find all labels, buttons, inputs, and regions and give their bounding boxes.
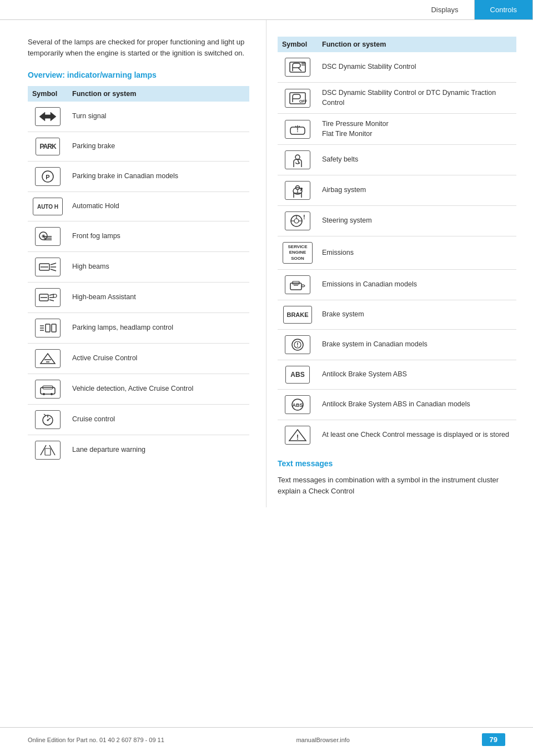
symbol-tire-pressure: ! — [278, 114, 318, 145]
dsc-off-icon: OFF — [285, 89, 310, 108]
function-emissions: Emissions — [318, 236, 516, 270]
symbol-lane-departure — [28, 435, 68, 466]
svg-line-17 — [49, 300, 54, 301]
function-cruise-control: Cruise control — [68, 405, 249, 435]
table-row: Vehicle detection, Active Cruise Control — [28, 374, 249, 405]
footer-site: manualBrowser.info — [296, 737, 350, 743]
left-indicator-table: Symbol Function or system T — [28, 86, 249, 465]
active-cruise-icon — [35, 349, 61, 368]
symbol-front-fog: ☀ — [28, 221, 68, 252]
symbol-cruise-control — [28, 405, 68, 435]
symbol-parking-brake: PARK — [28, 132, 68, 162]
left-header-function: Function or system — [68, 86, 249, 102]
function-abs: Antilock Brake System ABS — [318, 360, 516, 390]
intro-text: Several of the lamps are checked for pro… — [28, 37, 249, 58]
function-vehicle-detection: Vehicle detection, Active Cruise Control — [68, 374, 249, 405]
svg-text:!: ! — [296, 342, 298, 348]
abs-canada-icon: ABS — [285, 395, 310, 414]
table-row: OFF DSC Dynamic Stability Control or DTC… — [278, 83, 516, 114]
function-active-cruise: Active Cruise Control — [68, 344, 249, 374]
footer-page: 79 — [482, 733, 505, 746]
svg-text:ABS: ABS — [292, 402, 303, 408]
lane-departure-icon — [35, 441, 61, 460]
right-header-symbol: Symbol — [278, 37, 318, 52]
svg-text:OFF: OFF — [299, 99, 307, 103]
table-row: BRAKE Brake system — [278, 300, 516, 330]
tab-displays[interactable]: Displays — [415, 0, 474, 19]
steering-icon: ! — [285, 211, 310, 230]
function-dsc-off: DSC Dynamic Stability Control or DTC Dyn… — [318, 83, 516, 114]
left-column: Several of the lamps are checked for pro… — [0, 20, 266, 507]
text-messages-body: Text messages in combination with a symb… — [278, 475, 516, 496]
dsc-icon — [285, 58, 310, 77]
cruise-control-icon — [35, 410, 61, 429]
table-row: ! Steering system — [278, 206, 516, 236]
symbol-active-cruise — [28, 344, 68, 374]
symbol-check-control: ! — [278, 420, 318, 451]
svg-line-36 — [44, 414, 46, 416]
table-row: Safety belts — [278, 145, 516, 175]
table-row: High beams — [28, 252, 249, 283]
function-front-fog: Front fog lamps — [68, 221, 249, 252]
table-row: Airbag system — [278, 175, 516, 206]
function-check-control: At least one Check Control message is di… — [318, 420, 516, 451]
table-row: High-beam Assistant — [28, 283, 249, 313]
parking-lamps-svg — [38, 321, 57, 335]
text-messages-heading: Text messages — [278, 459, 516, 468]
emissions-icon: SERVICEENGINESOON — [283, 242, 313, 264]
parking-brake-icon: PARK — [36, 138, 60, 155]
safety-belts-svg — [288, 153, 307, 167]
function-high-beam-assistant: High-beam Assistant — [68, 283, 249, 313]
symbol-abs: ABS — [278, 360, 318, 390]
vehicle-detection-icon — [35, 380, 61, 399]
svg-point-30 — [43, 393, 45, 395]
symbol-emissions: SERVICEENGINESOON — [278, 236, 318, 270]
abs-canada-svg: ABS — [288, 397, 307, 412]
table-row: ABS Antilock Brake System ABS in Canadia… — [278, 390, 516, 420]
symbol-dsc — [278, 52, 318, 83]
function-abs-canada: Antilock Brake System ABS in Canadian mo… — [318, 390, 516, 420]
table-row: P Parking brake in Canadian models — [28, 162, 249, 192]
abs-icon: ABS — [285, 366, 310, 384]
tab-controls[interactable]: Controls — [475, 0, 533, 19]
symbol-brake-canada: ! — [278, 330, 318, 360]
right-column: Symbol Function or system — [266, 20, 533, 507]
turn-signal-svg — [38, 109, 57, 124]
svg-point-49 — [295, 155, 300, 159]
vehicle-detection-svg — [38, 382, 57, 396]
lane-departure-svg — [38, 443, 57, 457]
high-beams-icon — [35, 258, 61, 276]
table-row: ABS Antilock Brake System ABS — [278, 360, 516, 390]
overview-heading: Overview: indicator/warning lamps — [28, 70, 249, 79]
table-row: Lane departure warning — [28, 435, 249, 466]
svg-rect-39 — [45, 448, 51, 455]
symbol-airbag — [278, 175, 318, 206]
tab-controls-label: Controls — [490, 6, 517, 14]
safety-belts-icon — [285, 150, 310, 169]
front-fog-icon: ☀ — [35, 227, 61, 246]
svg-point-57 — [294, 219, 299, 223]
svg-text:!: ! — [296, 127, 298, 133]
function-brake-canada: Brake system in Canadian models — [318, 330, 516, 360]
parking-brake-canada-svg: P — [38, 169, 57, 184]
symbol-auto-hold: AUTO H — [28, 192, 68, 221]
left-header-symbol: Symbol — [28, 86, 68, 102]
svg-point-18 — [53, 294, 57, 298]
main-content: Several of the lamps are checked for pro… — [0, 20, 533, 507]
svg-text:!: ! — [296, 434, 299, 441]
symbol-dsc-off: OFF — [278, 83, 318, 114]
function-steering: Steering system — [318, 206, 516, 236]
symbol-parking-brake-canada: P — [28, 162, 68, 192]
tire-pressure-svg: ! — [288, 122, 307, 137]
high-beams-svg — [38, 260, 57, 274]
symbol-high-beams — [28, 252, 68, 283]
footer: Online Edition for Part no. 01 40 2 607 … — [0, 727, 533, 746]
airbag-icon — [285, 181, 310, 200]
brake-icon: BRAKE — [283, 306, 311, 324]
function-parking-brake-canada: Parking brake in Canadian models — [68, 162, 249, 192]
table-row: ☀ Front fog lamps — [28, 221, 249, 252]
symbol-high-beam-assistant — [28, 283, 68, 313]
symbol-turn-signal — [28, 102, 68, 132]
check-control-icon: ! — [285, 426, 310, 445]
table-row: PARK Parking brake — [28, 132, 249, 162]
